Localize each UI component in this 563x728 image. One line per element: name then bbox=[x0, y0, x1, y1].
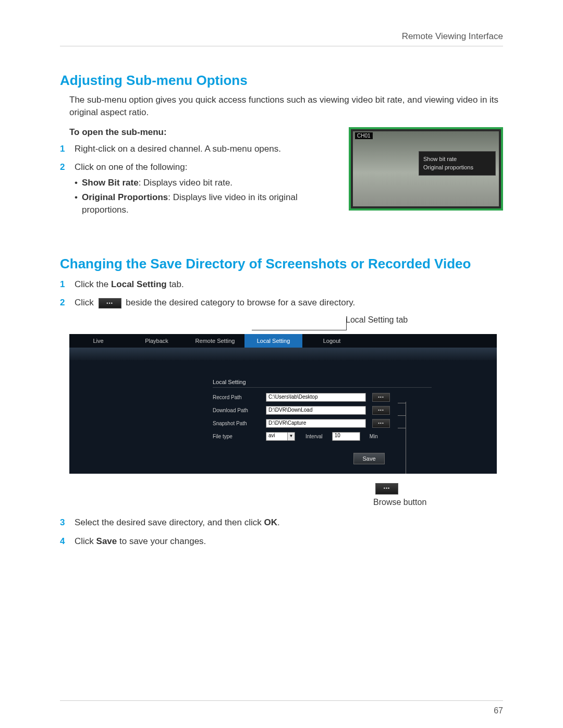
browse-button[interactable]: ••• bbox=[372, 393, 390, 402]
text: Click bbox=[75, 298, 96, 307]
bullet-original-proportions: Original Proportions: Displays live vide… bbox=[75, 191, 336, 216]
submenu-screenshot: CH01 Show bit rate Original proportions bbox=[349, 127, 503, 211]
bullet-bold: Original Proportions bbox=[82, 192, 168, 202]
label-snapshot-path: Snapshot Path bbox=[213, 421, 260, 426]
tab-logout[interactable]: Logout bbox=[303, 334, 361, 348]
bullet-bold: Show Bit rate bbox=[82, 178, 139, 188]
step-1-local: Click the Local Setting tab. bbox=[75, 278, 503, 291]
tab-local-setting[interactable]: Local Setting bbox=[244, 334, 303, 348]
step-2-lead: Click on one of the following: bbox=[75, 162, 187, 172]
text: Click bbox=[75, 536, 96, 546]
callout-browse-button: Browse button bbox=[373, 498, 503, 507]
select-value: avi bbox=[268, 433, 275, 438]
tab-live[interactable]: Live bbox=[69, 334, 128, 348]
header-section-label: Remote Viewing Interface bbox=[60, 31, 503, 46]
context-menu: Show bit rate Original proportions bbox=[419, 151, 496, 176]
tab-remote-setting[interactable]: Remote Setting bbox=[186, 334, 244, 348]
step-number: 2 bbox=[60, 297, 67, 309]
text: Select the desired save directory, and t… bbox=[75, 517, 264, 527]
text-bold: OK bbox=[264, 517, 277, 527]
tab-bar: Live Playback Remote Setting Local Setti… bbox=[69, 334, 497, 348]
subheading-open-submenu: To open the sub-menu: bbox=[69, 127, 336, 138]
text: Click the bbox=[75, 279, 111, 289]
input-interval[interactable]: 10 bbox=[332, 432, 360, 441]
browse-button-inline: ••• bbox=[99, 298, 121, 309]
footer-rule bbox=[60, 700, 503, 701]
step-number: 2 bbox=[60, 161, 67, 174]
local-setting-screenshot: Live Playback Remote Setting Local Setti… bbox=[69, 334, 497, 474]
label-interval: Interval bbox=[305, 434, 323, 439]
intro-paragraph: The sub-menu option gives you quick acce… bbox=[69, 94, 503, 119]
page-number: 67 bbox=[494, 706, 503, 715]
select-file-type[interactable]: avi ▼ bbox=[266, 432, 295, 441]
step-number: 1 bbox=[60, 143, 67, 155]
save-button[interactable]: Save bbox=[353, 453, 385, 464]
step-4-text: Click Save to save your changes. bbox=[75, 535, 503, 548]
label-record-path: Record Path bbox=[213, 394, 260, 400]
step-number: 4 bbox=[60, 535, 67, 548]
label-file-type: File type bbox=[213, 434, 260, 439]
input-record-path[interactable]: C:\Users\lab\Desktop bbox=[266, 393, 366, 402]
context-item-original-proportions[interactable]: Original proportions bbox=[423, 163, 491, 172]
step-3-text: Select the desired save directory, and t… bbox=[75, 516, 503, 529]
browse-button[interactable]: ••• bbox=[372, 406, 390, 415]
heading-adjusting-submenu: Adjusting Sub-menu Options bbox=[60, 72, 503, 89]
text-bold: Local Setting bbox=[111, 279, 167, 289]
text-bold: Save bbox=[96, 536, 117, 546]
text: tab. bbox=[167, 279, 184, 289]
browse-button[interactable]: ••• bbox=[372, 419, 390, 428]
tab-playback[interactable]: Playback bbox=[128, 334, 186, 348]
step-2-text: Click on one of the following: Show Bit … bbox=[75, 161, 336, 218]
text: to save your changes. bbox=[117, 536, 206, 546]
label-download-path: Download Path bbox=[213, 408, 260, 413]
panel-title: Local Setting bbox=[213, 379, 432, 388]
chevron-down-icon: ▼ bbox=[287, 433, 295, 440]
label-min: Min bbox=[370, 434, 378, 439]
input-download-path[interactable]: D:\DVR\DownLoad bbox=[266, 406, 366, 415]
step-2-click-browse: Click ••• beside the desired category to… bbox=[75, 297, 503, 309]
context-item-show-bitrate[interactable]: Show bit rate bbox=[423, 155, 491, 164]
heading-change-save-dir: Changing the Save Directory of Screensho… bbox=[60, 256, 503, 272]
text: beside the desired category to browse fo… bbox=[124, 298, 356, 307]
text: . bbox=[277, 517, 280, 527]
input-snapshot-path[interactable]: D:\DVR\Capture bbox=[266, 419, 366, 428]
step-number: 1 bbox=[60, 278, 67, 291]
step-1-text: Right-click on a desired channel. A sub-… bbox=[75, 143, 336, 155]
bullet-rest: : Displays video bit rate. bbox=[139, 178, 232, 188]
step-number: 3 bbox=[60, 516, 67, 529]
channel-label: CH01 bbox=[355, 132, 373, 139]
callout-local-setting-tab: Local Setting tab bbox=[346, 315, 503, 325]
bullet-show-bitrate: Show Bit rate: Displays video bit rate. bbox=[75, 177, 336, 189]
browse-button-callout: ••• bbox=[375, 483, 398, 495]
